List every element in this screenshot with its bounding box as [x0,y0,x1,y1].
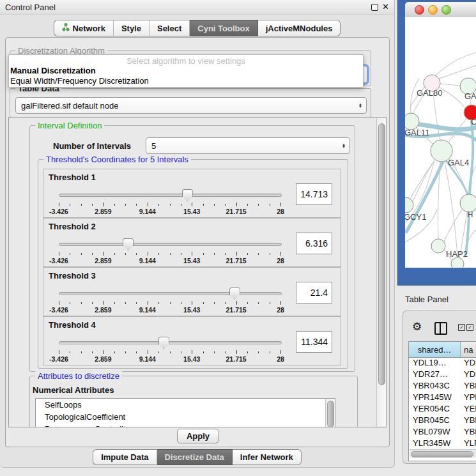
table-row[interactable]: YDR27…YDR2 [409,369,476,381]
tick-label: 9.144 [139,208,156,215]
threshold-slider[interactable]: -3.4262.8599.14415.4321.71528 [56,187,284,217]
table-row[interactable]: YBR043CYBR0 [409,381,476,392]
attribute-list-item[interactable]: TopologicalCoefficient [36,411,335,423]
network-window-titlebar [405,2,476,18]
gear-icon[interactable]: ⚙ [412,320,422,333]
tab-label: jActiveMNodules [266,24,333,33]
table-cell-shared-name: YDL19… [409,358,461,369]
table-row[interactable]: YPR145WYPR1 [409,392,476,404]
algorithm-option-manual[interactable]: Manual Discretization [9,66,363,76]
network-node-label: GA [464,91,476,101]
minimize-traffic-light-icon[interactable] [428,5,438,15]
minor-tick [114,253,115,255]
table-cell-shared-name: YDR27… [409,369,461,381]
network-node[interactable] [431,239,445,253]
minor-tick [203,253,204,255]
tab-cyni-toolbox[interactable]: Cyni Toolbox [190,20,257,36]
table-row[interactable]: YBL079WYBL0 [409,427,476,438]
attributes-list-scrollbar[interactable] [325,399,335,427]
tab-discretize-data[interactable]: Discretize Data [157,449,233,465]
table-row[interactable]: YDL19…YDL1 [409,358,476,369]
table-row[interactable]: YER054CYER0 [409,404,476,415]
zoom-traffic-light-icon[interactable] [441,5,451,15]
threshold-value-field[interactable]: 14.713 [296,183,332,205]
table-header-cell[interactable]: na [461,342,476,357]
minor-tick [203,351,204,353]
tab-impute-data[interactable]: Impute Data [93,449,157,465]
network-node[interactable] [405,197,413,213]
tick-label: 2.859 [95,355,111,363]
table-header-cell[interactable]: shared… [409,342,461,357]
slider-track[interactable] [59,292,282,295]
network-node-label: GAL4 [448,158,469,167]
attribute-list-item[interactable]: SelfLoops [36,399,335,411]
slider-track[interactable] [59,194,282,197]
major-tick [103,350,104,354]
tick-label: -3.426 [49,355,68,363]
minor-tick [214,204,215,206]
table-body: YDL19…YDL1YDR27…YDR2YBR043CYBR0YPR145WYP… [409,358,476,461]
tab-infer-network[interactable]: Infer Network [233,449,302,465]
slider-handle[interactable] [158,337,169,349]
tab-select[interactable]: Select [150,20,190,36]
top-tab-bar: NetworkStyleSelectCyni ToolboxjActiveMNo… [0,20,394,36]
numerical-attributes-list[interactable]: SelfLoopsTopologicalCoefficientBetweenne… [35,398,335,427]
threshold-slider[interactable]: -3.4262.8599.14415.4321.71528 [56,335,284,364]
attributes-list-scrollbar-thumb[interactable] [327,401,334,427]
minor-tick [258,253,259,255]
tick-label: 21.715 [226,355,247,363]
minor-tick [92,204,93,206]
minor-tick [170,253,171,255]
tab-jactivemnodules[interactable]: jActiveMNodules [258,20,341,36]
threshold-value-field[interactable]: 11.344 [296,331,332,353]
minor-tick [270,253,270,255]
network-canvas[interactable]: GAL80GACGAL11GAL4HGCY1HAP2 [405,17,476,268]
minor-tick [225,302,226,304]
minor-tick [70,302,70,304]
settings-scrollbar[interactable] [376,118,386,426]
major-tick [103,301,104,305]
interval-definition-group-title: Interval Definition [35,121,104,130]
slider-track[interactable] [59,243,282,246]
table-row[interactable]: YLR345WYLR3 [409,438,476,450]
float-window-icon[interactable] [371,4,378,11]
threshold-value-field[interactable]: 6.316 [296,233,332,254]
minor-tick [125,204,126,206]
table-cell-shared-name: YLR345W [409,438,461,450]
slider-handle[interactable] [229,288,240,300]
column-layout-icon[interactable] [434,322,447,335]
minor-tick [136,302,137,304]
table-horizontal-scrollbar-thumb[interactable] [411,451,473,457]
close-icon[interactable]: ✕ [382,2,389,12]
tab-style[interactable]: Style [114,20,150,36]
tick-label: 21.715 [226,208,247,215]
algorithm-option-equal-width[interactable]: Equal Width/Frequency Discretization [9,76,363,86]
attributes-group: Attributes to discretize Numerical Attri… [29,376,358,427]
tab-label: Infer Network [240,452,293,462]
table-data-combobox[interactable]: galFiltered.sif default node ▲▼ [15,97,367,114]
major-tick [192,350,192,354]
slider-handle[interactable] [123,238,134,250]
threshold-value-field[interactable]: 21.4 [296,282,332,303]
tab-network[interactable]: Network [54,20,114,36]
slider-handle[interactable] [182,189,193,201]
settings-scrollbar-thumb[interactable] [378,123,385,385]
combo-arrows-icon: ▲▼ [342,143,349,149]
major-tick [59,350,59,354]
table-horizontal-scrollbar[interactable] [410,449,476,457]
threshold-slider[interactable]: -3.4262.8599.14415.4321.71528 [56,286,284,315]
slider-track[interactable] [59,341,282,344]
attribute-list-item[interactable]: BetweennessCentrality [36,423,335,427]
control-panel-title: Control Panel [5,3,56,12]
close-traffic-light-icon[interactable] [415,5,424,15]
checkbox-icon[interactable]: ✓ [458,324,465,331]
table-row[interactable]: YBR045CYBR0 [409,415,476,427]
apply-button[interactable]: Apply [177,429,219,443]
tick-label: 28 [277,306,284,314]
network-node[interactable] [451,257,464,268]
checkbox-icon[interactable]: ✓ [466,324,473,331]
tick-label: 21.715 [226,257,247,265]
threshold-slider[interactable]: -3.4262.8599.14415.4321.71528 [56,236,284,266]
number-of-intervals-combobox[interactable]: 5 ▲▼ [146,137,350,154]
network-node-label: GAL80 [417,88,442,98]
